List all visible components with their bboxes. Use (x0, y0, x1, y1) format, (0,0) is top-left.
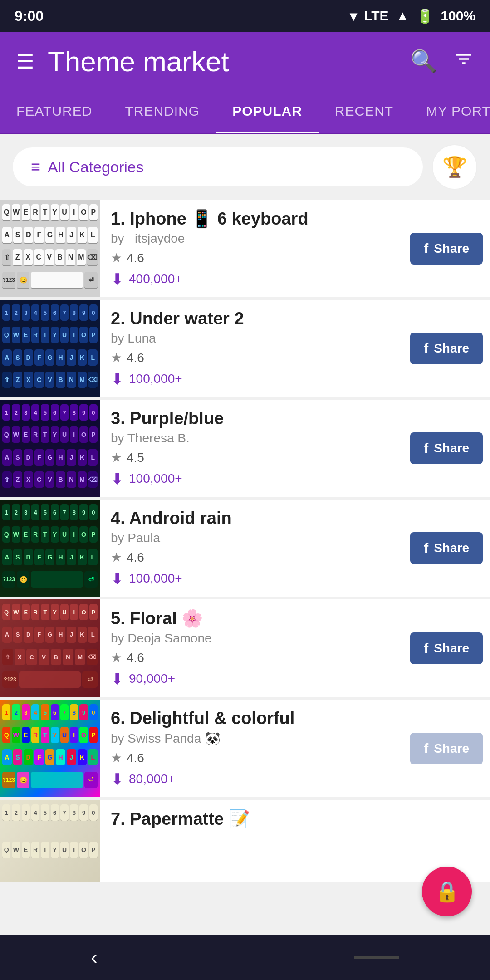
theme-list: QWERTYUIOP ASDFGHJKL ⇧ZXCVBNM⌫ ?123😊 ⏎ 1… (0, 200, 490, 882)
theme-item-7[interactable]: 1234567890 QWERTYUIOP 7. Papermatte 📝 (0, 800, 490, 882)
all-categories-button[interactable]: ≡ All Categories (13, 147, 423, 186)
wifi-icon: ▾ (350, 8, 357, 24)
facebook-icon-6: f (424, 741, 428, 756)
theme-thumbnail-5: QWERTYUIOP ASDFGHJKL ⇧XCVBNM⌫ ?123 ⏎ (0, 599, 100, 697)
fab-lock-icon: 🔒 (435, 880, 460, 903)
categories-button-label: All Categories (48, 158, 144, 176)
rating-value-3: 4.5 (127, 451, 144, 465)
download-count-1: 400,000+ (129, 272, 182, 286)
bottom-navigation-bar: ‹ (0, 935, 490, 980)
search-icon[interactable]: 🔍 (410, 49, 437, 74)
facebook-icon-4: f (424, 540, 428, 556)
star-icon-5: ★ (111, 650, 122, 665)
theme-author-3: by Theresa B. (111, 431, 399, 446)
theme-downloads-6: ⬇ 80,000+ (111, 770, 399, 788)
theme-item-5[interactable]: QWERTYUIOP ASDFGHJKL ⇧XCVBNM⌫ ?123 ⏎ 5. … (0, 599, 490, 697)
home-bar (354, 956, 399, 959)
tab-featured[interactable]: FEATURED (0, 91, 108, 133)
share-button-1[interactable]: f Share (410, 233, 483, 265)
theme-item-4[interactable]: 1234567890 QWERTYUIOP ASDFGHJKL ?123😊 ⏎ … (0, 500, 490, 597)
theme-title-2: 2. Under water 2 (111, 309, 399, 328)
theme-author-6: by Swiss Panda 🐼 (111, 731, 399, 746)
battery-icon: 🔋 (416, 8, 433, 24)
theme-item-3[interactable]: 1234567890 QWERTYUIOP ASDFGHJKL ⇧ZXCVBNM… (0, 400, 490, 497)
rating-value-5: 4.6 (127, 651, 144, 665)
facebook-icon-2: f (424, 341, 428, 356)
page-title: Theme market (48, 45, 410, 78)
facebook-icon-1: f (424, 241, 428, 256)
theme-thumbnail-1: QWERTYUIOP ASDFGHJKL ⇧ZXCVBNM⌫ ?123😊 ⏎ (0, 200, 100, 297)
theme-item-6[interactable]: 1234567890 QWERTYUIOP ASDFGHJKL ?123😊 ⏎ … (0, 700, 490, 797)
share-button-2[interactable]: f Share (410, 333, 483, 364)
theme-rating-1: ★ 4.6 (111, 250, 399, 265)
rating-value-2: 4.6 (127, 351, 144, 365)
theme-author-1: by _itsjaydoe_ (111, 231, 399, 246)
share-button-6[interactable]: f Share (410, 733, 483, 764)
trophy-icon: 🏆 (442, 155, 467, 179)
theme-thumbnail-7: 1234567890 QWERTYUIOP (0, 800, 100, 882)
theme-item-1[interactable]: QWERTYUIOP ASDFGHJKL ⇧ZXCVBNM⌫ ?123😊 ⏎ 1… (0, 200, 490, 297)
status-bar-right: ▾ LTE ▲ 🔋 100% (350, 8, 475, 24)
download-count-5: 90,000+ (129, 671, 175, 686)
menu-button[interactable]: ☰ (16, 50, 34, 73)
back-button[interactable]: ‹ (91, 946, 98, 969)
tab-popular[interactable]: POPULAR (216, 91, 318, 133)
tab-myportfolio[interactable]: MY PORTFOLIO (410, 91, 490, 133)
trophy-button[interactable]: 🏆 (432, 144, 477, 190)
theme-title-7: 7. Papermatte 📝 (111, 809, 479, 829)
theme-title-5: 5. Floral 🌸 (111, 608, 399, 628)
star-icon-2: ★ (111, 350, 122, 365)
tabs-bar: FEATURED TRENDING POPULAR RECENT MY PORT… (0, 91, 490, 134)
theme-author-4: by Paula (111, 531, 399, 545)
download-icon-1: ⬇ (111, 270, 123, 288)
theme-info-4: 4. Android rain by Paula ★ 4.6 ⬇ 100,000… (100, 500, 410, 597)
rating-value-1: 4.6 (127, 251, 144, 265)
download-icon-3: ⬇ (111, 470, 123, 488)
status-bar: 9:00 ▾ LTE ▲ 🔋 100% (0, 0, 490, 32)
download-icon-6: ⬇ (111, 770, 123, 788)
theme-rating-5: ★ 4.6 (111, 650, 399, 665)
theme-item-2[interactable]: 1234567890 QWERTYUIOP ASDFGHJKL ⇧ZXCVBNM… (0, 300, 490, 397)
share-button-5[interactable]: f Share (410, 632, 483, 664)
theme-downloads-5: ⬇ 90,000+ (111, 670, 399, 688)
theme-info-6: 6. Delightful & colorful by Swiss Panda … (100, 700, 410, 797)
theme-thumbnail-2: 1234567890 QWERTYUIOP ASDFGHJKL ⇧ZXCVBNM… (0, 300, 100, 397)
theme-rating-4: ★ 4.6 (111, 550, 399, 565)
signal-bars-icon: ▲ (396, 8, 410, 24)
star-icon-3: ★ (111, 450, 122, 465)
theme-downloads-1: ⬇ 400,000+ (111, 270, 399, 288)
signal-label: LTE (364, 8, 388, 24)
tab-recent[interactable]: RECENT (318, 91, 410, 133)
theme-info-1: 1. Iphone 📱 6 keyboard by _itsjaydoe_ ★ … (100, 200, 410, 297)
download-icon-2: ⬇ (111, 370, 123, 388)
share-button-4[interactable]: f Share (410, 532, 483, 564)
categories-row: ≡ All Categories 🏆 (0, 134, 490, 200)
theme-thumbnail-4: 1234567890 QWERTYUIOP ASDFGHJKL ?123😊 ⏎ (0, 500, 100, 597)
download-count-3: 100,000+ (129, 471, 182, 486)
theme-rating-2: ★ 4.6 (111, 350, 399, 365)
fab-button[interactable]: 🔒 (422, 867, 472, 916)
facebook-icon-3: f (424, 441, 428, 456)
header-icons: 🔍 (410, 49, 474, 74)
star-icon-6: ★ (111, 750, 122, 765)
facebook-icon-5: f (424, 641, 428, 656)
tab-trending[interactable]: TRENDING (108, 91, 216, 133)
theme-rating-3: ★ 4.5 (111, 450, 399, 465)
download-count-6: 80,000+ (129, 772, 175, 786)
download-count-2: 100,000+ (129, 372, 182, 386)
theme-author-5: by Deoja Samone (111, 631, 399, 646)
star-icon-1: ★ (111, 250, 122, 265)
theme-title-3: 3. Purple/blue (111, 409, 399, 428)
app-header: ☰ Theme market 🔍 (0, 32, 490, 91)
rating-value-6: 4.6 (127, 751, 144, 765)
theme-downloads-3: ⬇ 100,000+ (111, 470, 399, 488)
theme-info-3: 3. Purple/blue by Theresa B. ★ 4.5 ⬇ 100… (100, 400, 410, 497)
theme-title-1: 1. Iphone 📱 6 keyboard (111, 209, 399, 229)
theme-thumbnail-6: 1234567890 QWERTYUIOP ASDFGHJKL ?123😊 ⏎ (0, 700, 100, 797)
theme-title-6: 6. Delightful & colorful (111, 709, 399, 728)
filter-icon[interactable] (454, 49, 474, 74)
theme-rating-6: ★ 4.6 (111, 750, 399, 765)
share-button-3[interactable]: f Share (410, 432, 483, 464)
theme-author-2: by Luna (111, 331, 399, 346)
download-icon-5: ⬇ (111, 670, 123, 688)
